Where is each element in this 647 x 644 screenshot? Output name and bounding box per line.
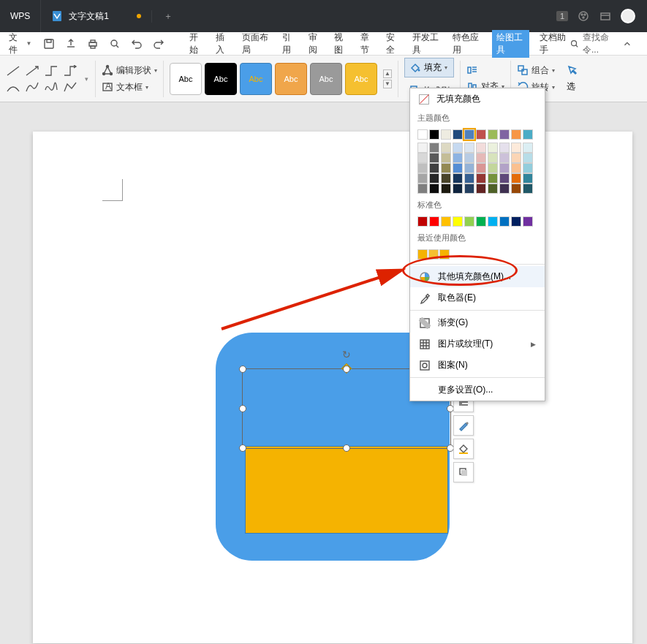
- theme-shade-swatch[interactable]: [417, 183, 428, 194]
- theme-shade-swatch[interactable]: [499, 143, 510, 153]
- standard-color-swatch[interactable]: [488, 216, 498, 227]
- theme-shade-swatch[interactable]: [464, 183, 474, 194]
- notification-badge[interactable]: 1: [556, 11, 568, 21]
- theme-shade-swatch[interactable]: [429, 183, 439, 194]
- standard-color-swatch[interactable]: [417, 216, 428, 227]
- shape-style-4[interactable]: Abc: [310, 63, 342, 95]
- no-fill-item[interactable]: 无填充颜色: [410, 88, 545, 110]
- theme-shade-swatch[interactable]: [476, 163, 486, 173]
- edit-shape-button[interactable]: 编辑形状▾: [102, 64, 157, 77]
- theme-shade-swatch[interactable]: [441, 173, 451, 183]
- standard-color-swatch[interactable]: [499, 216, 510, 227]
- theme-shade-swatch[interactable]: [523, 143, 533, 153]
- skin-icon[interactable]: [577, 10, 590, 23]
- shapes-more-button[interactable]: ▾: [85, 75, 94, 83]
- theme-shade-swatch[interactable]: [523, 183, 533, 194]
- standard-color-swatch[interactable]: [511, 216, 521, 227]
- menu-tab-1[interactable]: 插入: [214, 30, 232, 58]
- shape-style-3[interactable]: Abc: [275, 63, 307, 95]
- collapse-icon[interactable]: [622, 38, 632, 50]
- theme-color-swatch[interactable]: [453, 129, 463, 140]
- resize-handle-w[interactable]: [239, 405, 246, 412]
- theme-shade-swatch[interactable]: [511, 163, 521, 173]
- theme-shade-swatch[interactable]: [523, 153, 533, 163]
- standard-color-swatch[interactable]: [476, 216, 486, 227]
- avatar[interactable]: [621, 9, 635, 23]
- document-tab[interactable]: 文字文稿1: [41, 10, 152, 23]
- theme-shade-swatch[interactable]: [441, 183, 451, 194]
- new-tab-button[interactable]: ＋: [152, 10, 184, 23]
- theme-shade-swatch[interactable]: [453, 143, 463, 153]
- theme-color-swatch[interactable]: [429, 129, 439, 140]
- theme-shade-swatch[interactable]: [417, 143, 428, 153]
- theme-shade-swatch[interactable]: [511, 183, 521, 194]
- menu-tab-3[interactable]: 引用: [281, 30, 298, 58]
- theme-shade-swatch[interactable]: [429, 173, 439, 183]
- theme-shade-swatch[interactable]: [488, 173, 498, 183]
- box-icon[interactable]: [599, 10, 612, 23]
- recent-color-swatch[interactable]: [439, 249, 450, 260]
- theme-shade-swatch[interactable]: [429, 143, 439, 153]
- theme-shade-swatch[interactable]: [453, 163, 463, 173]
- group-button[interactable]: 组合▾: [517, 64, 555, 77]
- export-icon[interactable]: [65, 38, 77, 50]
- theme-shade-swatch[interactable]: [429, 153, 439, 163]
- theme-shade-swatch[interactable]: [464, 173, 474, 183]
- print-icon[interactable]: [87, 38, 99, 50]
- shape-style-0[interactable]: Abc: [170, 63, 202, 95]
- picture-texture-item[interactable]: 图片或纹理(T) ▶: [410, 333, 545, 355]
- theme-shade-swatch[interactable]: [441, 153, 451, 163]
- menu-tab-9[interactable]: 特色应用: [451, 30, 483, 58]
- theme-color-swatch[interactable]: [511, 129, 521, 140]
- float-outline-button[interactable]: [453, 415, 474, 436]
- standard-color-swatch[interactable]: [464, 216, 474, 227]
- more-fill-colors-item[interactable]: 其他填充颜色(M)...: [410, 266, 545, 287]
- menu-tab-5[interactable]: 视图: [333, 30, 350, 58]
- theme-shade-swatch[interactable]: [417, 173, 428, 183]
- theme-color-swatch[interactable]: [464, 129, 474, 140]
- menu-tab-6[interactable]: 章节: [359, 30, 377, 58]
- standard-color-swatch[interactable]: [453, 216, 463, 227]
- search-command[interactable]: 查找命令...: [570, 31, 641, 56]
- theme-shade-swatch[interactable]: [476, 183, 486, 194]
- style-scroll-down[interactable]: ▼: [383, 80, 392, 88]
- style-scroll-up[interactable]: ▲: [383, 69, 392, 78]
- theme-shade-swatch[interactable]: [488, 143, 498, 153]
- shape-style-1[interactable]: Abc: [205, 63, 237, 95]
- undo-icon[interactable]: [131, 38, 143, 50]
- theme-shade-swatch[interactable]: [488, 163, 498, 173]
- theme-color-swatch[interactable]: [523, 129, 533, 140]
- theme-shade-swatch[interactable]: [464, 163, 474, 173]
- theme-shade-swatch[interactable]: [441, 143, 451, 153]
- theme-color-swatch[interactable]: [488, 129, 498, 140]
- theme-color-swatch[interactable]: [499, 129, 510, 140]
- menu-tab-7[interactable]: 安全: [385, 30, 402, 58]
- theme-shade-swatch[interactable]: [476, 173, 486, 183]
- rotate-handle-icon[interactable]: ↻: [342, 349, 351, 360]
- theme-shade-swatch[interactable]: [488, 183, 498, 194]
- theme-shade-swatch[interactable]: [499, 163, 510, 173]
- file-menu-button[interactable]: 文件 ▼: [6, 30, 34, 58]
- theme-shade-swatch[interactable]: [464, 153, 474, 163]
- theme-shade-swatch[interactable]: [511, 153, 521, 163]
- standard-color-swatch[interactable]: [523, 216, 533, 227]
- theme-shade-swatch[interactable]: [441, 163, 451, 173]
- fill-dropdown-button[interactable]: 填充▾: [404, 58, 454, 77]
- redo-icon[interactable]: [153, 38, 164, 50]
- select-button[interactable]: [567, 64, 578, 76]
- theme-shade-swatch[interactable]: [476, 143, 486, 153]
- standard-color-swatch[interactable]: [429, 216, 439, 227]
- theme-shade-swatch[interactable]: [429, 163, 439, 173]
- theme-shade-swatch[interactable]: [464, 143, 474, 153]
- theme-color-swatch[interactable]: [476, 129, 486, 140]
- recent-color-swatch[interactable]: [428, 249, 439, 260]
- theme-shade-swatch[interactable]: [488, 153, 498, 163]
- theme-shade-swatch[interactable]: [523, 163, 533, 173]
- yellow-rect-shape[interactable]: [245, 446, 448, 534]
- theme-shade-swatch[interactable]: [523, 173, 533, 183]
- theme-color-swatch[interactable]: [441, 129, 451, 140]
- recent-color-swatch[interactable]: [417, 249, 428, 260]
- theme-shade-swatch[interactable]: [499, 173, 510, 183]
- theme-shade-swatch[interactable]: [453, 183, 463, 194]
- shape-style-5[interactable]: Abc: [345, 63, 377, 95]
